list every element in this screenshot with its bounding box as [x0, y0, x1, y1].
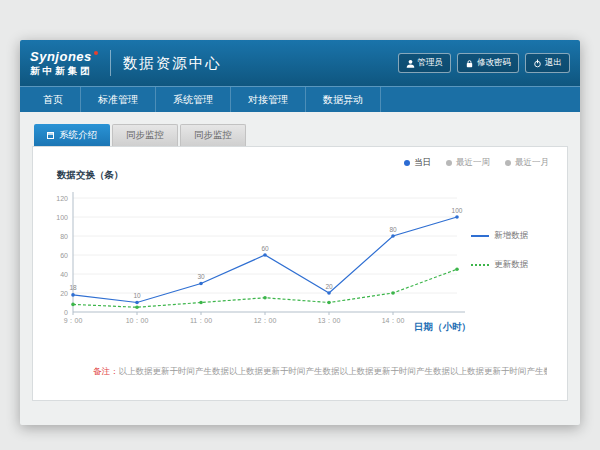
logo-text: Synjones: [30, 49, 92, 64]
svg-text:11：00: 11：00: [190, 317, 212, 324]
svg-text:40: 40: [60, 271, 68, 278]
logo-accent-dot: [94, 51, 98, 55]
data-exchange-line-chart: 0204060801001209：0010：0011：0012：0013：001…: [43, 184, 471, 334]
filter-dot: [505, 160, 511, 166]
note-label: 备注：: [93, 366, 119, 376]
main-nav: 首页 标准管理 系统管理 对接管理 数据异动: [20, 86, 580, 112]
tab-bar: 系统介绍 同步监控 同步监控: [34, 124, 568, 146]
logo: Synjones 新中新集团: [30, 50, 98, 77]
svg-text:80: 80: [60, 233, 68, 240]
svg-text:20: 20: [325, 283, 333, 290]
svg-text:100: 100: [452, 207, 463, 214]
tab-label: 同步监控: [194, 129, 232, 142]
logout-label: 退出: [545, 57, 562, 69]
nav-item-standard-mgmt[interactable]: 标准管理: [81, 87, 156, 112]
legend-label: 更新数据: [494, 259, 528, 271]
grid-icon: [47, 132, 54, 139]
legend-label: 新增数据: [494, 230, 528, 242]
filter-dot: [404, 160, 410, 166]
user-icon: [406, 59, 415, 68]
filter-label: 当日: [414, 157, 431, 169]
chart-panel: 当日 最近一周 最近一月 数据交换（条） 0204060801001209：00…: [32, 146, 568, 401]
change-password-button[interactable]: 修改密码: [457, 53, 519, 73]
note-text: 以上数据更新于时间产生数据以上数据更新于时间产生数据以上数据更新于时间产生数据以…: [119, 366, 548, 376]
tab-label: 同步监控: [126, 129, 164, 142]
legend-line-sample: [471, 264, 489, 266]
nav-item-data-change[interactable]: 数据异动: [306, 87, 381, 112]
footnote: 备注：以上数据更新于时间产生数据以上数据更新于时间产生数据以上数据更新于时间产生…: [93, 366, 547, 378]
x-axis-title: 日期（小时）: [414, 321, 471, 334]
nav-item-integration-mgmt[interactable]: 对接管理: [231, 87, 306, 112]
filter-dot: [446, 160, 452, 166]
svg-text:30: 30: [197, 273, 205, 280]
filter-today[interactable]: 当日: [404, 157, 431, 169]
filter-last-week[interactable]: 最近一周: [446, 157, 490, 169]
user-menu-button[interactable]: 管理员: [398, 53, 452, 73]
svg-text:80: 80: [389, 226, 397, 233]
filter-last-month[interactable]: 最近一月: [505, 157, 549, 169]
nav-item-home[interactable]: 首页: [26, 87, 81, 112]
svg-text:10: 10: [133, 292, 141, 299]
svg-text:10：00: 10：00: [126, 317, 149, 324]
content-area: 系统介绍 同步监控 同步监控 当日 最近一周: [20, 112, 580, 425]
svg-text:18: 18: [69, 284, 77, 291]
legend-line-sample: [471, 235, 489, 237]
svg-text:0: 0: [64, 309, 68, 316]
svg-text:60: 60: [60, 252, 68, 259]
nav-item-system-mgmt[interactable]: 系统管理: [156, 87, 231, 112]
chart-row: 0204060801001209：0010：0011：0012：0013：001…: [43, 184, 557, 334]
change-password-label: 修改密码: [477, 57, 511, 69]
svg-text:13：00: 13：00: [318, 317, 341, 324]
filter-label: 最近一周: [456, 157, 490, 169]
logo-subtitle: 新中新集团: [30, 66, 98, 76]
app-window: Synjones 新中新集团 数据资源中心 管理员 修改密码: [20, 40, 580, 425]
user-menu-label: 管理员: [418, 57, 444, 69]
y-axis-title: 数据交换（条）: [57, 169, 557, 182]
logout-button[interactable]: 退出: [525, 53, 570, 73]
chart-legend: 新增数据 更新数据: [471, 184, 557, 334]
tab-sync-monitor-2[interactable]: 同步监控: [180, 124, 246, 146]
legend-item-updated-data: 更新数据: [471, 259, 557, 271]
svg-text:9：00: 9：00: [64, 317, 83, 324]
power-icon: [533, 59, 542, 68]
svg-text:14：00: 14：00: [382, 317, 405, 324]
filter-label: 最近一月: [515, 157, 549, 169]
svg-text:20: 20: [60, 290, 68, 297]
header-actions: 管理员 修改密码 退出: [398, 53, 571, 73]
tab-sync-monitor-1[interactable]: 同步监控: [112, 124, 178, 146]
svg-text:120: 120: [56, 195, 68, 202]
lock-icon: [465, 59, 474, 68]
app-title: 数据资源中心: [123, 54, 222, 73]
svg-text:12：00: 12：00: [254, 317, 277, 324]
tab-label: 系统介绍: [59, 129, 97, 142]
svg-text:60: 60: [261, 245, 269, 252]
header-divider: [110, 50, 111, 76]
legend-item-new-data: 新增数据: [471, 230, 557, 242]
svg-text:100: 100: [56, 214, 68, 221]
period-filters: 当日 最近一周 最近一月: [404, 157, 549, 169]
app-header: Synjones 新中新集团 数据资源中心 管理员 修改密码: [20, 40, 580, 86]
tab-system-intro[interactable]: 系统介绍: [34, 124, 110, 146]
